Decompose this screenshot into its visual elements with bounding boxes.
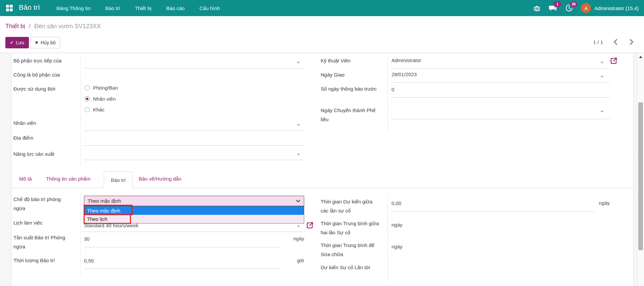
left-group-divider bbox=[80, 56, 81, 164]
messages-badge: 1 bbox=[554, 1, 561, 7]
scrollbar-up-arrow-icon[interactable] bbox=[639, 56, 642, 58]
menu-configuration[interactable]: Cấu hình bbox=[199, 5, 220, 11]
working-calendar-external-link-icon[interactable] bbox=[306, 222, 314, 229]
pager: 1 / 1 bbox=[593, 38, 635, 46]
pager-previous-icon[interactable] bbox=[612, 38, 619, 46]
expected-mtbf-input[interactable] bbox=[392, 211, 595, 212]
maintenance-mode-value: Theo mặc định bbox=[88, 198, 121, 204]
assigned-date-value[interactable]: 28/01/2023 bbox=[392, 71, 417, 78]
working-calendar-input[interactable] bbox=[84, 232, 305, 232]
app-brand[interactable]: Bảo trì bbox=[19, 3, 40, 11]
field-label-direct-part-of: Bộ phận trực tiếp của bbox=[13, 56, 74, 65]
duration-unit: giờ bbox=[84, 257, 304, 263]
avatar[interactable]: A bbox=[581, 3, 591, 13]
apps-grid-icon[interactable] bbox=[6, 5, 13, 11]
save-button[interactable]: ✔ Lưu bbox=[5, 37, 29, 48]
frequency-unit: ngày bbox=[84, 236, 304, 241]
menu-dashboard[interactable]: Bảng Thông tin bbox=[56, 5, 90, 11]
x-icon: ✖ bbox=[35, 40, 38, 45]
field-label-assigned-date: Ngày Giao bbox=[321, 70, 381, 79]
field-label-mtbf: Thời gian Trung bình giữa hai lần Sự cố bbox=[321, 219, 381, 237]
right-group-divider bbox=[387, 56, 388, 132]
field-label-used-by: Được sử dụng Bởi bbox=[13, 84, 74, 93]
field-label-duration: Thời lượng Bảo trì bbox=[13, 256, 74, 265]
days-notice-input[interactable] bbox=[392, 97, 610, 98]
mttr-unit: ngày bbox=[392, 243, 403, 250]
radio-selected-icon bbox=[85, 96, 90, 101]
discard-button[interactable]: ✖ Hủy bỏ bbox=[30, 37, 60, 48]
field-label-capacity: Năng lực sản xuất bbox=[13, 149, 74, 158]
menu-reporting[interactable]: Báo cáo bbox=[166, 5, 185, 11]
radio-employee[interactable]: Nhân viên bbox=[85, 96, 116, 102]
technician-dropdown-caret-icon[interactable] bbox=[600, 62, 604, 63]
capacity-input[interactable] bbox=[84, 160, 305, 160]
activities-badge: 38 bbox=[570, 1, 577, 7]
scrollbar-thumb[interactable] bbox=[638, 102, 643, 250]
field-label-next-failure: Dự kiến Sự cố Lần tới bbox=[321, 263, 381, 272]
breadcrumb: Thiết bị / Đèn sân vườn SV123XX bbox=[5, 23, 101, 30]
scrap-date-input[interactable] bbox=[392, 119, 610, 119]
assigned-date-caret-icon[interactable] bbox=[600, 76, 604, 78]
field-label-frequency: Tần suất Bảo trì Phòng ngừa bbox=[13, 233, 74, 251]
technician-input[interactable] bbox=[392, 68, 610, 68]
field-label-working-calendar: Lịch làm việc bbox=[13, 218, 74, 227]
mtbf-unit: ngày bbox=[392, 222, 403, 228]
duration-input[interactable] bbox=[84, 269, 281, 269]
tab-maintenance-active[interactable]: Bảo trì bbox=[104, 172, 133, 188]
bottom-right-group-divider bbox=[387, 193, 388, 280]
vertical-scrollbar[interactable] bbox=[637, 53, 644, 286]
activities-icon[interactable]: 38 bbox=[565, 4, 573, 12]
direct-part-of-input[interactable] bbox=[84, 68, 305, 68]
technician-external-link-icon[interactable] bbox=[610, 57, 617, 64]
tab-drawings[interactable]: Bản vẽ/Hướng dẫn bbox=[139, 176, 181, 182]
field-label-also-part-of: Cũng là bộ phận của bbox=[13, 70, 74, 79]
bug-icon[interactable] bbox=[533, 4, 541, 12]
messages-icon[interactable]: 1 bbox=[549, 4, 557, 12]
location-input[interactable] bbox=[84, 145, 305, 146]
field-label-maintenance-mode: Chế độ bảo trì phòng ngừa bbox=[13, 195, 74, 213]
tab-product-info[interactable]: Thông tin sản phẩm bbox=[46, 176, 91, 182]
field-label-expected-mtbf: Thời gian Dự kiến giữa các lần sự cố bbox=[321, 197, 381, 215]
menu-equipment[interactable]: Thiết bị bbox=[135, 5, 151, 11]
top-navbar: Bảo trì Bảng Thông tin Bảo trì Thiết bị … bbox=[0, 0, 644, 16]
radio-circle-icon bbox=[85, 85, 90, 90]
pager-next-icon[interactable] bbox=[628, 38, 635, 46]
capacity-dropdown-caret-icon[interactable] bbox=[297, 154, 300, 155]
maintenance-mode-select[interactable]: Theo mặc định bbox=[84, 196, 304, 206]
main-menu: Bảng Thông tin Bảo trì Thiết bị Báo cáo … bbox=[56, 0, 220, 16]
screen: Bảo trì Bảng Thông tin Bảo trì Thiết bị … bbox=[0, 0, 644, 286]
expected-mtbf-unit: ngày bbox=[392, 200, 610, 206]
working-calendar-caret-icon[interactable] bbox=[297, 226, 300, 227]
tab-description[interactable]: Mô tả bbox=[19, 176, 32, 182]
menu-maintenance[interactable]: Bảo trì bbox=[105, 5, 120, 11]
systray: 1 38 A Administrator (15.4) bbox=[533, 0, 644, 16]
control-panel: Thiết bị / Đèn sân vườn SV123XX ✔ Lưu ✖ … bbox=[0, 16, 644, 53]
maintenance-mode-dropdown: Theo mặc định Theo lịch bbox=[84, 206, 304, 224]
radio-circle-icon bbox=[85, 107, 90, 112]
dropdown-option-default[interactable]: Theo mặc định bbox=[84, 206, 304, 215]
field-label-employee: Nhân viên bbox=[13, 118, 74, 128]
scrap-date-caret-icon[interactable] bbox=[600, 111, 604, 112]
pager-count: 1 / 1 bbox=[593, 39, 603, 45]
dropdown-option-scheduled[interactable]: Theo lịch bbox=[84, 215, 304, 223]
field-label-days-notice: Số ngày thông báo trước bbox=[321, 84, 381, 93]
radio-other[interactable]: Khác bbox=[85, 107, 104, 112]
select-chevron-icon bbox=[296, 199, 301, 203]
field-label-technician: Kỹ thuật Viên bbox=[321, 56, 381, 65]
field-label-location: Địa điểm bbox=[13, 133, 74, 142]
assigned-date-input[interactable] bbox=[392, 82, 610, 83]
field-label-scrap-date: Ngày Chuyển thành Phế liệu bbox=[321, 106, 381, 124]
breadcrumb-separator: / bbox=[29, 23, 31, 30]
bottom-left-group-divider bbox=[80, 193, 81, 276]
check-icon: ✔ bbox=[10, 40, 13, 45]
radio-department[interactable]: Phòng/Ban bbox=[85, 85, 118, 91]
breadcrumb-equipment-link[interactable]: Thiết bị bbox=[5, 23, 25, 30]
breadcrumb-current: Đèn sân vườn SV123XX bbox=[34, 23, 101, 30]
direct-part-of-dropdown-caret-icon[interactable] bbox=[297, 62, 300, 63]
user-menu[interactable]: Administrator (15.4) bbox=[594, 5, 639, 11]
employee-dropdown-caret-icon[interactable] bbox=[297, 124, 300, 126]
days-notice-value[interactable]: 0 bbox=[392, 86, 394, 93]
frequency-input[interactable] bbox=[84, 247, 281, 247]
technician-value[interactable]: Administrator bbox=[392, 57, 421, 64]
employee-input[interactable] bbox=[84, 131, 305, 131]
